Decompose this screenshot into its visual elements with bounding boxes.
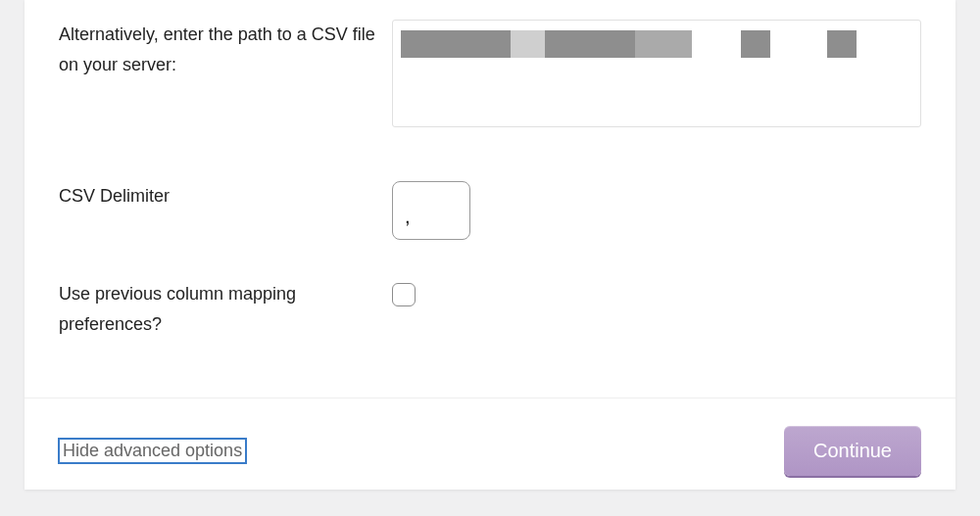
toggle-advanced-options-link[interactable]: Hide advanced options xyxy=(59,439,246,463)
form-body: Alternatively, enter the path to a CSV f… xyxy=(24,0,956,398)
row-mapping-preference: Use previous column mapping preferences? xyxy=(59,264,921,398)
continue-button[interactable]: Continue xyxy=(784,426,921,476)
row-csv-path: Alternatively, enter the path to a CSV f… xyxy=(59,0,921,147)
mapping-label: Use previous column mapping preferences? xyxy=(59,279,392,339)
csv-path-input[interactable] xyxy=(392,20,921,127)
import-form-panel: Alternatively, enter the path to a CSV f… xyxy=(24,0,956,490)
csv-delimiter-control xyxy=(392,181,921,240)
row-csv-delimiter: CSV Delimiter xyxy=(59,147,921,264)
csv-delimiter-label: CSV Delimiter xyxy=(59,181,392,211)
mapping-checkbox[interactable] xyxy=(392,283,416,306)
redacted-path-value xyxy=(401,28,912,60)
csv-path-control xyxy=(392,20,921,127)
form-footer: Hide advanced options Continue xyxy=(24,398,956,503)
csv-delimiter-input[interactable] xyxy=(392,181,470,240)
mapping-control xyxy=(392,279,921,310)
csv-path-label: Alternatively, enter the path to a CSV f… xyxy=(59,20,392,79)
